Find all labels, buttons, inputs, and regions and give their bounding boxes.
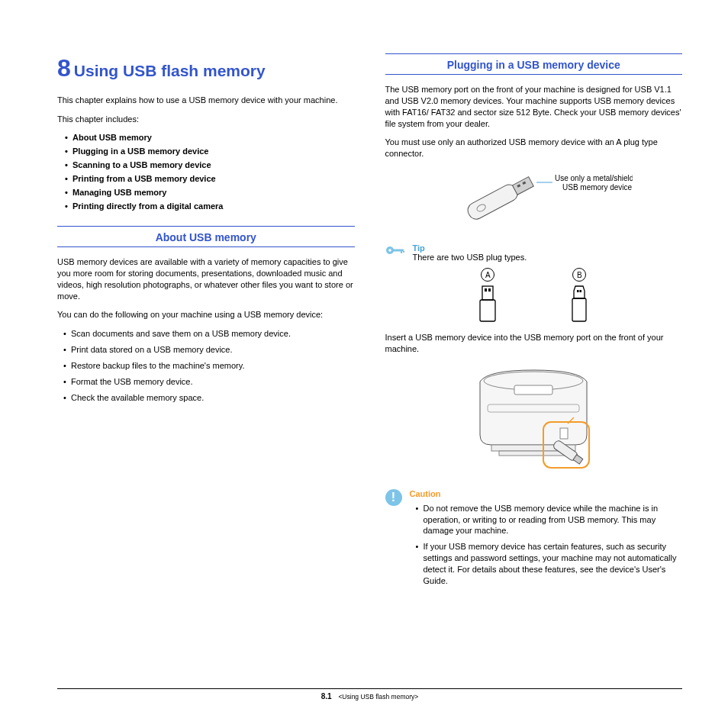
manual-page: 8Using USB flash memory This chapter exp… — [0, 0, 728, 728]
list-item: Check the available memory space. — [63, 392, 355, 404]
section-title-plug: Plugging in a USB memory device — [385, 56, 683, 75]
svg-rect-19 — [514, 385, 552, 395]
tip-block: Tip There are two USB plug types. — [385, 243, 683, 262]
printer-icon — [453, 362, 614, 477]
caution-content: Caution Do not remove the USB memory dev… — [410, 489, 683, 594]
caution-block: ! Caution Do not remove the USB memory d… — [385, 489, 683, 594]
tip-content: Tip There are two USB plug types. — [413, 243, 527, 262]
key-icon — [385, 245, 405, 256]
chapter-toc: About USB memory Plugging in a USB memor… — [57, 133, 355, 211]
section-rule — [57, 226, 355, 227]
page-footer: 8.1 <Using USB flash memory> — [57, 688, 682, 701]
toc-item[interactable]: Printing from a USB memory device — [65, 174, 355, 183]
svg-rect-26 — [560, 428, 568, 439]
toc-item[interactable]: About USB memory — [65, 133, 355, 142]
svg-rect-11 — [482, 286, 493, 300]
plug-types-figure: A B — [385, 268, 683, 323]
svg-rect-1 — [513, 177, 534, 195]
svg-rect-13 — [488, 288, 491, 292]
plug-type-b: B — [568, 268, 591, 323]
tip-label: Tip — [413, 243, 527, 253]
section-rule — [385, 53, 683, 54]
svg-point-7 — [388, 249, 391, 252]
toc-item[interactable]: Scanning to a USB memory device — [65, 160, 355, 169]
plug-paragraph-2: You must use only an authorized USB memo… — [385, 137, 683, 159]
about-paragraph-1: USB memory devices are available with a … — [57, 256, 355, 301]
plug-a-label: A — [481, 268, 494, 282]
chapter-title: 8Using USB flash memory — [57, 53, 355, 82]
list-item: Scan documents and save them on a USB me… — [63, 328, 355, 340]
list-item: Print data stored on a USB memory device… — [63, 344, 355, 356]
svg-rect-17 — [572, 298, 586, 321]
plug-b-label: B — [572, 268, 586, 282]
callout-line-1: Use only a metal/shielded — [555, 174, 633, 182]
section-title-about: About USB memory — [57, 228, 355, 247]
callout-line-2: USB memory device. — [562, 183, 633, 192]
about-feature-list: Scan documents and save them on a USB me… — [57, 328, 355, 403]
caution-list: Do not remove the USB memory device whil… — [410, 503, 683, 587]
two-column-layout: 8Using USB flash memory This chapter exp… — [57, 53, 682, 594]
page-crumb: <Using USB flash memory> — [338, 693, 418, 701]
list-item: Format the USB memory device. — [63, 376, 355, 388]
intro-paragraph-1: This chapter explains how to use a USB m… — [57, 95, 355, 106]
plug-type-a: A — [476, 268, 499, 323]
svg-rect-14 — [480, 300, 495, 321]
svg-rect-9 — [401, 251, 402, 253]
list-item: Restore backup files to the machine's me… — [63, 360, 355, 372]
printer-figure — [385, 362, 683, 478]
toc-item[interactable]: Plugging in a USB memory device — [65, 147, 355, 156]
svg-rect-0 — [465, 182, 520, 221]
chapter-number: 8 — [57, 54, 71, 82]
svg-rect-16 — [580, 290, 582, 292]
left-column: 8Using USB flash memory This chapter exp… — [57, 53, 355, 594]
plug-paragraph-3: Insert a USB memory device into the USB … — [385, 332, 683, 355]
intro-paragraph-2: This chapter includes: — [57, 114, 355, 125]
usb-a-plug-icon — [476, 285, 499, 323]
page-number: 8.1 — [321, 692, 332, 701]
toc-item[interactable]: Managing USB memory — [65, 188, 355, 197]
toc-item[interactable]: Printing directly from a digital camera — [65, 201, 355, 211]
svg-rect-10 — [403, 251, 404, 253]
list-item: If your USB memory device has certain fe… — [416, 541, 683, 586]
right-column: Plugging in a USB memory device The USB … — [385, 53, 683, 594]
caution-label: Caution — [410, 489, 683, 498]
svg-rect-12 — [485, 288, 487, 292]
usb-b-plug-icon — [568, 285, 591, 323]
tip-text: There are two USB plug types. — [413, 253, 527, 262]
svg-rect-15 — [577, 290, 579, 292]
usb-drive-icon: Use only a metal/shielded USB memory dev… — [434, 167, 633, 228]
usb-drive-figure: Use only a metal/shielded USB memory dev… — [385, 167, 683, 230]
plug-paragraph-1: The USB memory port on the front of your… — [385, 84, 683, 129]
list-item: Do not remove the USB memory device whil… — [416, 503, 683, 537]
exclamation-icon: ! — [385, 489, 402, 506]
svg-rect-22 — [499, 451, 568, 456]
about-paragraph-2: You can do the following on your machine… — [57, 309, 355, 321]
chapter-title-text: Using USB flash memory — [74, 62, 266, 79]
